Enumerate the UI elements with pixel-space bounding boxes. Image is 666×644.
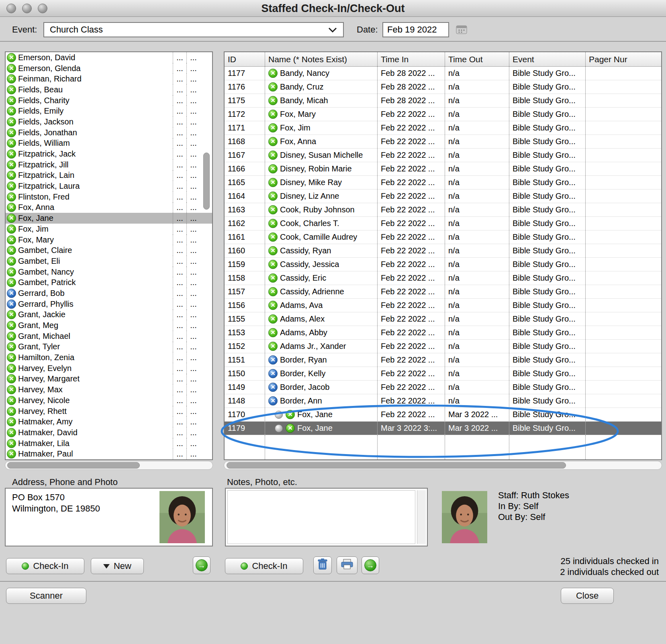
roster-row[interactable]: Grant, Jackie ... ...	[6, 310, 212, 320]
detail-button[interactable]: ...	[173, 224, 186, 234]
roster-row[interactable]: Gambet, Claire ... ...	[6, 245, 212, 256]
checkin-row[interactable]: 1148 Border, Ann Feb 22 2022 ... n/a Bib…	[225, 394, 661, 408]
detail-button-2[interactable]: ...	[186, 106, 200, 116]
detail-button[interactable]: ...	[173, 320, 186, 331]
checkin-row[interactable]: 1153 Adams, Abby Feb 22 2022 ... n/a Bib…	[225, 326, 661, 340]
roster-row[interactable]: Flintston, Fred ... ...	[6, 192, 212, 202]
detail-button-2[interactable]: ...	[186, 213, 200, 224]
delete-button[interactable]	[313, 556, 332, 574]
column-header-event[interactable]: Event	[509, 52, 585, 66]
roster-row[interactable]: Fitzpatrick, Jill ... ...	[6, 159, 212, 170]
detail-button[interactable]: ...	[173, 127, 186, 138]
detail-button[interactable]: ...	[173, 352, 186, 363]
detail-button-2[interactable]: ...	[186, 245, 200, 256]
column-header-pager[interactable]: Pager Nur	[585, 52, 661, 66]
detail-button[interactable]: ...	[173, 170, 186, 181]
roster-row[interactable]: Fox, Jane ... ...	[6, 213, 212, 224]
checkin-row[interactable]: 1167 Disney, Susan Michelle Feb 22 2022 …	[225, 149, 661, 162]
roster-row[interactable]: Harvey, Margaret ... ...	[6, 374, 212, 385]
detail-button-2[interactable]: ...	[186, 342, 200, 353]
detail-button-2[interactable]: ...	[186, 438, 200, 449]
checkin-row[interactable]: 1171 Fox, Jim Feb 22 2022 ... n/a Bible …	[225, 121, 661, 135]
roster-row[interactable]: Grant, Meg ... ...	[6, 320, 212, 331]
roster-row[interactable]: Hatmaker, Amy ... ...	[6, 416, 212, 427]
detail-button[interactable]: ...	[173, 116, 186, 127]
checkin-button-right[interactable]: Check-In	[225, 558, 303, 574]
detail-button[interactable]: ...	[173, 363, 186, 374]
detail-button-2[interactable]: ...	[186, 416, 200, 427]
roster-row[interactable]: Gambet, Eli ... ...	[6, 256, 212, 267]
detail-button-2[interactable]: ...	[186, 149, 200, 159]
detail-button[interactable]: ...	[173, 374, 186, 385]
detail-button-2[interactable]: ...	[186, 63, 200, 74]
detail-button[interactable]: ...	[173, 245, 186, 256]
detail-button-2[interactable]: ...	[186, 277, 200, 288]
checkin-row[interactable]: 1164 Disney, Liz Anne Feb 22 2022 ... n/…	[225, 190, 661, 203]
detail-button-2[interactable]: ...	[186, 116, 200, 127]
detail-button[interactable]: ...	[173, 406, 186, 417]
detail-button-2[interactable]: ...	[186, 224, 200, 234]
checkin-row[interactable]: 1155 Adams, Alex Feb 22 2022 ... n/a Bib…	[225, 312, 661, 326]
column-header-id[interactable]: ID	[225, 52, 265, 66]
detail-button-2[interactable]: ...	[186, 406, 200, 417]
checkin-row[interactable]: 1179 Fox, Jane Mar 3 2022 3:... Mar 3 20…	[225, 422, 661, 435]
detail-button[interactable]: ...	[173, 416, 186, 427]
go-arrow-button-left[interactable]	[193, 556, 210, 574]
checkin-row[interactable]: 1165 Disney, Mike Ray Feb 22 2022 ... n/…	[225, 176, 661, 190]
roster-row[interactable]: Harvey, Rhett ... ...	[6, 406, 212, 417]
checkin-row[interactable]: 1172 Fox, Mary Feb 22 2022 ... n/a Bible…	[225, 108, 661, 121]
roster-row[interactable]: Harvey, Max ... ...	[6, 384, 212, 395]
detail-button-2[interactable]: ...	[186, 299, 200, 310]
roster-row[interactable]: Gambet, Nancy ... ...	[6, 267, 212, 277]
roster-row[interactable]: Gambet, Patrick ... ...	[6, 277, 212, 288]
roster-row[interactable]: Hatmaker, David ... ...	[6, 427, 212, 438]
roster-row[interactable]: Feinman, Richard ... ...	[6, 73, 212, 84]
roster-row[interactable]: Harvey, Evelyn ... ...	[6, 363, 212, 374]
detail-button[interactable]: ...	[173, 213, 186, 224]
checkin-row[interactable]: 1176 Bandy, Cruz Feb 28 2022 ... n/a Bib…	[225, 80, 661, 94]
detail-button-2[interactable]: ...	[186, 427, 200, 438]
roster-row[interactable]: Fields, Beau ... ...	[6, 84, 212, 95]
checkin-row[interactable]: 1168 Fox, Anna Feb 22 2022 ... n/a Bible…	[225, 135, 661, 149]
roster-row[interactable]: Fox, Anna ... ...	[6, 202, 212, 213]
checkin-row[interactable]: 1158 Cassidy, Eric Feb 22 2022 ... n/a B…	[225, 271, 661, 285]
detail-button[interactable]: ...	[173, 256, 186, 267]
detail-button-2[interactable]: ...	[186, 267, 200, 277]
checkin-row[interactable]: 1157 Cassidy, Adrienne Feb 22 2022 ... n…	[225, 285, 661, 299]
roster-row[interactable]: Fox, Jim ... ...	[6, 224, 212, 234]
checkin-row[interactable]: 1166 Disney, Robin Marie Feb 22 2022 ...…	[225, 162, 661, 176]
scanner-button[interactable]: Scanner	[6, 588, 86, 604]
detail-button[interactable]: ...	[173, 149, 186, 159]
roster-row[interactable]: Gerrard, Bob ... ...	[6, 288, 212, 299]
detail-button[interactable]: ...	[173, 395, 186, 406]
checkin-row[interactable]: 1152 Adams Jr., Xander Feb 22 2022 ... n…	[225, 340, 661, 353]
roster-row[interactable]: Grant, Tyler ... ...	[6, 342, 212, 353]
column-header-time-out[interactable]: Time Out	[445, 52, 509, 66]
event-select[interactable]: Church Class	[43, 22, 344, 37]
checkin-row[interactable]: 1161 Cook, Camille Audrey Feb 22 2022 ..…	[225, 230, 661, 244]
scrollbar-thumb[interactable]	[7, 462, 140, 469]
detail-button-2[interactable]: ...	[186, 202, 200, 213]
checkin-row[interactable]: 1150 Border, Kelly Feb 22 2022 ... n/a B…	[225, 367, 661, 381]
roster-horizontal-scrollbar[interactable]	[5, 461, 213, 470]
roster-row[interactable]: Fitzpatrick, Lain ... ...	[6, 170, 212, 181]
detail-button[interactable]: ...	[173, 267, 186, 277]
detail-button-2[interactable]: ...	[186, 331, 200, 342]
roster-row[interactable]: Hatmaker, Lila ... ...	[6, 438, 212, 449]
detail-button[interactable]: ...	[173, 299, 186, 310]
checkin-row[interactable]: 1170 Fox, Jane Feb 22 2022 ... Mar 3 202…	[225, 408, 661, 422]
detail-button-2[interactable]: ...	[186, 384, 200, 395]
detail-button-2[interactable]: ...	[186, 181, 200, 192]
detail-button[interactable]: ...	[173, 95, 186, 106]
detail-button[interactable]: ...	[173, 331, 186, 342]
detail-button-2[interactable]: ...	[186, 448, 200, 459]
detail-button-2[interactable]: ...	[186, 234, 200, 245]
checkin-row[interactable]: 1163 Cook, Ruby Johnson Feb 22 2022 ... …	[225, 203, 661, 217]
checkin-row[interactable]: 1162 Cook, Charles T. Feb 22 2022 ... n/…	[225, 217, 661, 230]
new-button[interactable]: New	[91, 558, 144, 574]
detail-button-2[interactable]: ...	[186, 395, 200, 406]
roster-row[interactable]: Fields, William ... ...	[6, 138, 212, 149]
detail-button[interactable]: ...	[173, 202, 186, 213]
checkin-row[interactable]: 1156 Adams, Ava Feb 22 2022 ... n/a Bibl…	[225, 299, 661, 312]
checkin-row[interactable]: 1177 Bandy, Nancy Feb 28 2022 ... n/a Bi…	[225, 67, 661, 80]
